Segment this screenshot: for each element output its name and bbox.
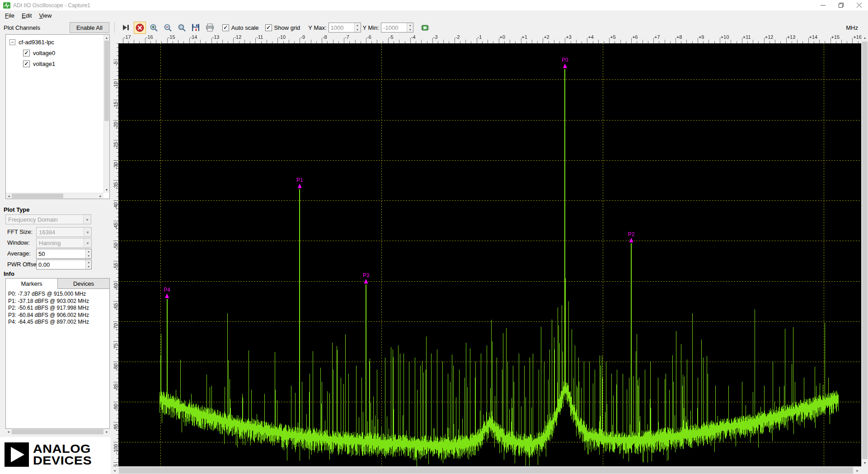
- y-max-spinbox: ▴ ▾: [328, 23, 361, 33]
- scroll-left-icon[interactable]: ◂: [111, 467, 118, 474]
- tab-markers[interactable]: Markers: [5, 278, 58, 289]
- device-tree-root-label: cf-ad9361-lpc: [19, 39, 54, 46]
- auto-scale-checkbox[interactable]: ✓ Auto scale: [222, 24, 259, 31]
- x-axis-unit-label: MHz: [846, 24, 858, 31]
- channel-row-voltage0[interactable]: ✓ voltage0: [6, 47, 103, 58]
- window-combo[interactable]: Hanning ▾: [36, 238, 92, 248]
- fft-size-combo[interactable]: 16384 ▾: [36, 227, 92, 237]
- scrollbar-thumb[interactable]: [12, 429, 103, 434]
- scroll-right-icon[interactable]: ▸: [98, 193, 103, 199]
- y-min-input[interactable]: [381, 23, 407, 32]
- scrollbar-thumb[interactable]: [104, 41, 109, 121]
- checkbox-checked-icon: ✓: [222, 24, 229, 31]
- scroll-left-icon[interactable]: ◂: [6, 193, 12, 199]
- app-icon: [3, 2, 10, 9]
- spin-down-icon[interactable]: ▾: [355, 28, 361, 32]
- tab-devices[interactable]: Devices: [58, 278, 110, 289]
- chevron-down-icon: ▾: [84, 228, 91, 237]
- plot-horizontal-scrollbar[interactable]: ◂ ▸: [111, 466, 861, 474]
- average-input[interactable]: [37, 249, 85, 258]
- analog-devices-logo: ANALOG DEVICES: [5, 442, 84, 467]
- info-label: Info: [4, 270, 14, 277]
- minimize-button[interactable]: [814, 0, 832, 10]
- scrollbar-thumb[interactable]: [119, 467, 853, 474]
- fft-size-label: FFT Size:: [7, 228, 33, 235]
- markers-horizontal-scrollbar[interactable]: ◂ ▸: [5, 429, 110, 435]
- scrollbar-thumb[interactable]: [862, 42, 868, 459]
- marker-info-row: P2: -50.61 dBFS @ 917.998 MHz: [8, 305, 107, 312]
- plot-vertical-scrollbar[interactable]: ▴ ▾: [861, 34, 868, 466]
- markers-list[interactable]: P0: -7.37 dBFS @ 915.000 MHz P1: -37.18 …: [5, 288, 110, 429]
- capture-stop-button[interactable]: [134, 22, 146, 34]
- pwr-offset-spin-buttons: ▴ ▾: [85, 260, 91, 269]
- y-max-input[interactable]: [329, 23, 354, 32]
- marker-info-row: P4: -64.45 dBFS @ 897.002 MHz: [8, 319, 107, 326]
- menu-edit[interactable]: Edit: [18, 11, 35, 20]
- zoom-fit-button[interactable]: [176, 22, 188, 34]
- spin-up-icon[interactable]: ▴: [407, 23, 413, 28]
- scroll-up-icon[interactable]: ▴: [862, 34, 868, 41]
- show-grid-checkbox[interactable]: ✓ Show grid: [265, 24, 300, 31]
- scroll-up-icon[interactable]: ▴: [104, 35, 109, 41]
- menu-view[interactable]: View: [35, 11, 55, 20]
- plot-channels-label: Plot Channels: [4, 24, 68, 31]
- window-value: Hanning: [39, 240, 61, 246]
- toolbar-separator: [114, 22, 115, 33]
- zoom-in-icon: [150, 23, 158, 32]
- sidebar: − cf-ad9361-lpc ✓ voltage0 ✓ voltage1 ▴: [0, 34, 111, 474]
- restore-button[interactable]: [832, 0, 850, 10]
- print-icon: [206, 23, 214, 32]
- pwr-offset-input[interactable]: [37, 260, 85, 269]
- spin-up-icon[interactable]: ▴: [355, 23, 361, 28]
- scroll-down-icon[interactable]: ▾: [862, 460, 868, 466]
- tree-vertical-scrollbar[interactable]: ▴ ▾: [103, 35, 109, 193]
- adi-logo-line2: DEVICES: [33, 455, 92, 466]
- scroll-right-icon[interactable]: ▸: [854, 467, 861, 474]
- scroll-right-icon[interactable]: ▸: [104, 429, 110, 435]
- zoom-fit-icon: [178, 23, 186, 32]
- tree-horizontal-scrollbar[interactable]: ◂ ▸: [6, 193, 103, 199]
- adi-logo-line1: ANALOG: [33, 443, 92, 455]
- zoom-out-button[interactable]: [162, 22, 174, 34]
- average-spin-buttons: ▴ ▾: [85, 249, 91, 258]
- restore-icon: [839, 3, 844, 8]
- plot-type-combo[interactable]: Frequency Domain ▾: [5, 214, 91, 224]
- enable-all-button[interactable]: Enable All: [70, 22, 109, 33]
- save-icon: [192, 23, 200, 32]
- scrollbar-corner: [861, 466, 868, 474]
- y-max-spin-buttons: ▴ ▾: [354, 23, 361, 32]
- marker-info-row: P3: -60.84 dBFS @ 906.002 MHz: [8, 312, 107, 319]
- device-tree-root-row[interactable]: − cf-ad9361-lpc: [6, 37, 103, 47]
- device-settings-button[interactable]: [419, 22, 431, 34]
- capture-play-button[interactable]: [120, 22, 132, 34]
- print-button[interactable]: [204, 22, 216, 34]
- main-content: − cf-ad9361-lpc ✓ voltage0 ✓ voltage1 ▴: [0, 34, 868, 474]
- plot-type-label: Plot Type: [4, 206, 30, 213]
- menu-file[interactable]: File: [1, 11, 18, 20]
- tree-expander-icon[interactable]: −: [9, 39, 15, 45]
- spin-up-icon[interactable]: ▴: [86, 260, 91, 265]
- spin-up-icon[interactable]: ▴: [86, 249, 91, 254]
- channel-row-voltage1[interactable]: ✓ voltage1: [6, 58, 103, 69]
- scroll-down-icon[interactable]: ▾: [104, 187, 109, 193]
- info-tabs: Markers Devices: [5, 278, 110, 289]
- spin-down-icon[interactable]: ▾: [407, 28, 413, 32]
- sidebar-bottom: ANALOG DEVICES: [0, 437, 111, 474]
- plot-region: ▴ ▾ ◂ ▸: [111, 34, 868, 474]
- menubar: File Edit View: [0, 10, 868, 21]
- channel-checkbox[interactable]: ✓: [23, 60, 30, 67]
- channel-checkbox[interactable]: ✓: [23, 50, 30, 56]
- fft-plot[interactable]: [118, 43, 861, 466]
- checkbox-checked-icon: ✓: [24, 61, 28, 66]
- x-axis-ruler: [118, 34, 861, 43]
- close-button[interactable]: [850, 0, 868, 10]
- titlebar: ADI IIO Oscilloscope - Capture1: [0, 0, 868, 10]
- toolbar: Plot Channels Enable All ✓ Auto scale: [0, 21, 868, 34]
- spin-down-icon[interactable]: ▾: [86, 265, 91, 269]
- spin-down-icon[interactable]: ▾: [86, 254, 91, 258]
- zoom-in-button[interactable]: [148, 22, 160, 34]
- scrollbar-thumb[interactable]: [12, 194, 63, 198]
- channel-label: voltage0: [33, 50, 55, 56]
- scroll-left-icon[interactable]: ◂: [5, 429, 11, 435]
- save-plot-button[interactable]: [190, 22, 202, 34]
